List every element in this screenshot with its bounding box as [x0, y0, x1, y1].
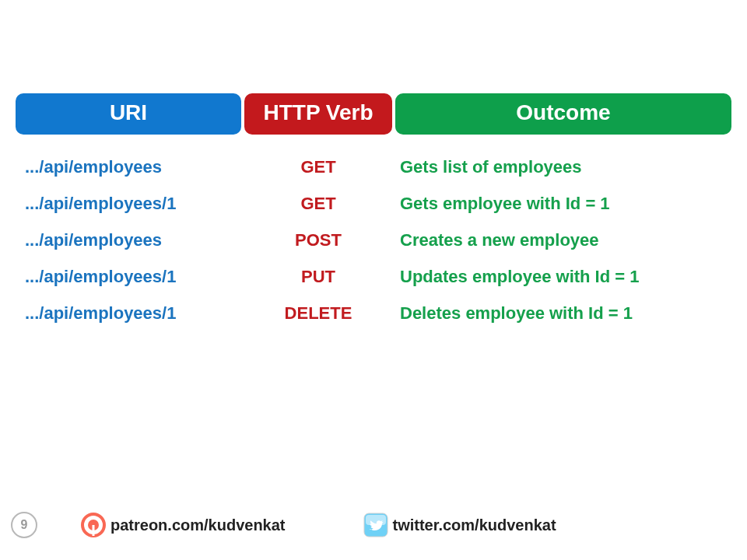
http-verb-cell: DELETE	[244, 303, 392, 324]
twitter-icon	[363, 513, 388, 537]
table-row: .../api/employeesPOSTCreates a new emplo…	[16, 222, 731, 258]
uri-cell: .../api/employees/1	[16, 267, 241, 287]
patreon-label: patreon.com/kudvenkat	[110, 516, 286, 534]
table-row: .../api/employees/1GETGets employee with…	[16, 185, 731, 222]
outcome-cell: Updates employee with Id = 1	[395, 267, 731, 287]
patreon-link[interactable]: patreon.com/kudvenkat	[81, 513, 286, 537]
table-row: .../api/employees/1PUTUpdates employee w…	[16, 258, 731, 295]
table-row: .../api/employeesGETGets list of employe…	[16, 149, 731, 185]
outcome-cell: Creates a new employee	[395, 230, 731, 250]
outcome-cell: Gets employee with Id = 1	[395, 194, 731, 214]
table-row: .../api/employees/1DELETEDeletes employe…	[16, 295, 731, 331]
http-verb-cell: GET	[244, 157, 392, 177]
uri-cell: .../api/employees/1	[16, 303, 241, 324]
uri-cell: .../api/employees	[16, 157, 241, 177]
header-outcome: Outcome	[395, 93, 731, 135]
outcome-cell: Deletes employee with Id = 1	[395, 303, 731, 324]
header-uri: URI	[16, 93, 241, 135]
slide-footer: 9 patreon.com/kudvenkat twitter.com/kudv…	[0, 512, 747, 538]
uri-cell: .../api/employees	[16, 230, 241, 250]
header-http-verb: HTTP Verb	[244, 93, 392, 135]
svg-rect-4	[366, 515, 386, 525]
http-verb-cell: GET	[244, 194, 392, 214]
twitter-link[interactable]: twitter.com/kudvenkat	[363, 513, 556, 537]
twitter-label: twitter.com/kudvenkat	[393, 516, 556, 534]
outcome-cell: Gets list of employees	[395, 157, 731, 177]
http-verbs-table: URI HTTP Verb Outcome .../api/employeesG…	[16, 93, 731, 331]
uri-cell: .../api/employees/1	[16, 194, 241, 214]
patreon-icon	[81, 513, 106, 537]
table-header-row: URI HTTP Verb Outcome	[16, 93, 731, 135]
http-verb-cell: PUT	[244, 267, 392, 287]
http-verb-cell: POST	[244, 230, 392, 250]
svg-rect-2	[93, 525, 95, 536]
page-number-badge: 9	[11, 512, 37, 538]
